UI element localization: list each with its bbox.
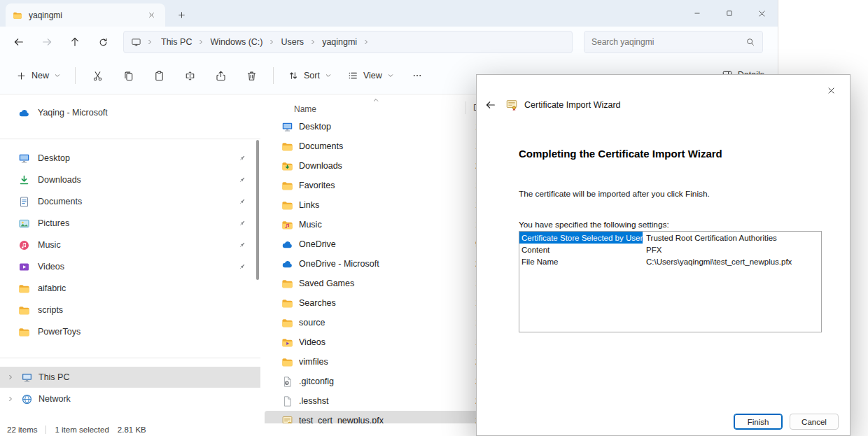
breadcrumb-item-this-pc[interactable]: This PC [157, 35, 196, 49]
new-button[interactable]: New [10, 66, 67, 86]
sidebar-separator [0, 358, 260, 358]
sidebar-item-music[interactable]: Music [4, 234, 253, 255]
delete-button[interactable] [237, 64, 265, 87]
file-name: source [299, 318, 461, 328]
pictures-icon [18, 218, 30, 230]
file-name: OneDrive [299, 239, 461, 249]
back-button[interactable] [6, 31, 32, 53]
sidebar-scrollbar[interactable] [256, 140, 259, 280]
forward-button[interactable] [34, 31, 60, 53]
search-input[interactable] [592, 37, 741, 47]
toolbar-divider [75, 67, 76, 84]
cancel-button[interactable]: Cancel [790, 414, 839, 430]
setting-value: PFX [643, 244, 662, 255]
search-icon[interactable] [746, 37, 755, 47]
column-header-name[interactable]: Name [294, 104, 465, 114]
screen: yaqingmi This PCWindows (C:)Usersyaqingm… [0, 0, 868, 436]
sidebar-item-network[interactable]: Network [0, 388, 260, 409]
close-button[interactable] [746, 0, 778, 27]
sidebar-item-label: This PC [38, 372, 69, 382]
up-button[interactable] [62, 31, 88, 53]
folder-icon [13, 10, 22, 20]
finish-button[interactable]: Finish [734, 414, 783, 430]
new-tab-button[interactable] [171, 4, 192, 25]
navigation-bar: This PCWindows (C:)Usersyaqingmi [0, 27, 778, 57]
chev-icon [309, 38, 316, 45]
chevron-down-icon [325, 72, 332, 79]
sidebar-item-label: Network [38, 394, 71, 404]
chevron-right-icon [196, 38, 206, 45]
dialog-body: Completing the Certificate Import Wizard… [477, 148, 850, 332]
sidebar-item-desktop[interactable]: Desktop [4, 148, 253, 169]
sidebar-item-label: Yaqing - Microsoft [38, 108, 108, 118]
maximize-button[interactable] [713, 0, 746, 27]
sidebar-item-aifabric[interactable]: aifabric [4, 278, 253, 299]
sidebar-item-downloads[interactable]: Downloads [4, 169, 253, 190]
chev-icon [7, 395, 14, 402]
file-name: test_cert_newplus.pfx [299, 416, 461, 423]
toolbar-divider [273, 67, 274, 84]
sidebar-item-videos[interactable]: Videos [4, 256, 253, 277]
folder-music-icon [281, 219, 293, 231]
breadcrumb-item-windows-c[interactable]: Windows (C:) [206, 35, 267, 49]
setting-row[interactable]: Certificate Store Selected by UserTruste… [519, 232, 821, 244]
breadcrumb: This PCWindows (C:)Usersyaqingmi [157, 35, 371, 49]
folder-icon [281, 199, 293, 211]
file-name: Music [299, 220, 461, 230]
setting-key: Content [519, 244, 643, 255]
sidebar-item-pictures[interactable]: Pictures [4, 213, 253, 234]
window-controls [681, 0, 778, 27]
sidebar-separator [0, 139, 260, 139]
copy-button[interactable] [114, 64, 142, 87]
onedrive-cloud-icon [18, 107, 30, 119]
share-button[interactable] [206, 64, 234, 87]
sidebar-item-label: Desktop [38, 153, 70, 163]
folder-icon [281, 141, 293, 153]
sidebar-item-yaqing-microsoft[interactable]: Yaqing - Microsoft [4, 102, 253, 123]
cut-button[interactable] [83, 64, 111, 87]
breadcrumb-item-users[interactable]: Users [276, 35, 308, 49]
download-icon [18, 174, 30, 186]
tab-yaqingmi[interactable]: yaqingmi [6, 3, 165, 27]
chevron-right-icon[interactable] [6, 395, 15, 402]
sidebar-item-documents[interactable]: Documents [4, 191, 253, 212]
setting-row[interactable]: File NameC:\Users\yaqingmi\test_cert_new… [519, 255, 821, 267]
chevron-down-icon [387, 72, 394, 79]
sidebar-item-label: Pictures [38, 218, 69, 228]
chevron-right-icon[interactable] [6, 374, 15, 381]
gear-file-icon [281, 376, 293, 388]
sidebar-item-scripts[interactable]: scripts [4, 300, 253, 321]
desktop-icon [281, 121, 293, 133]
sidebar-item-powertoys[interactable]: PowerToys [4, 321, 253, 342]
sidebar-item-label: Videos [38, 262, 64, 272]
setting-row[interactable]: ContentPFX [519, 244, 821, 255]
rename-button[interactable] [176, 64, 204, 87]
address-bar[interactable]: This PCWindows (C:)Usersyaqingmi [123, 31, 573, 53]
pin-icon [238, 241, 246, 249]
folder-icon [18, 304, 30, 316]
refresh-button[interactable] [90, 31, 116, 53]
pin-icon [238, 154, 246, 162]
tab-title: yaqingmi [29, 10, 138, 20]
minimize-button[interactable] [681, 0, 713, 27]
sort-button[interactable]: Sort [281, 65, 338, 86]
pin-icon [238, 197, 246, 206]
this-pc-icon[interactable] [131, 37, 141, 48]
sidebar-item-this-pc[interactable]: This PC [0, 367, 260, 388]
sort-button-label: Sort [304, 71, 320, 80]
breadcrumb-item-yaqingmi[interactable]: yaqingmi [318, 35, 361, 49]
chev-icon [197, 38, 204, 45]
chev-icon [363, 38, 370, 45]
dialog-close-button[interactable] [823, 83, 839, 98]
search-box[interactable] [584, 31, 763, 53]
paste-button[interactable] [145, 64, 173, 87]
music-icon [18, 239, 30, 251]
file-name: Desktop [299, 122, 461, 132]
sidebar-item-label: aifabric [38, 283, 66, 293]
dialog-back-button[interactable] [485, 99, 496, 111]
tab-close-icon[interactable] [144, 8, 158, 22]
settings-list[interactable]: Certificate Store Selected by UserTruste… [519, 231, 822, 332]
file-name: Downloads [299, 161, 461, 171]
more-options-button[interactable] [403, 64, 431, 87]
view-button[interactable]: View [341, 65, 400, 86]
